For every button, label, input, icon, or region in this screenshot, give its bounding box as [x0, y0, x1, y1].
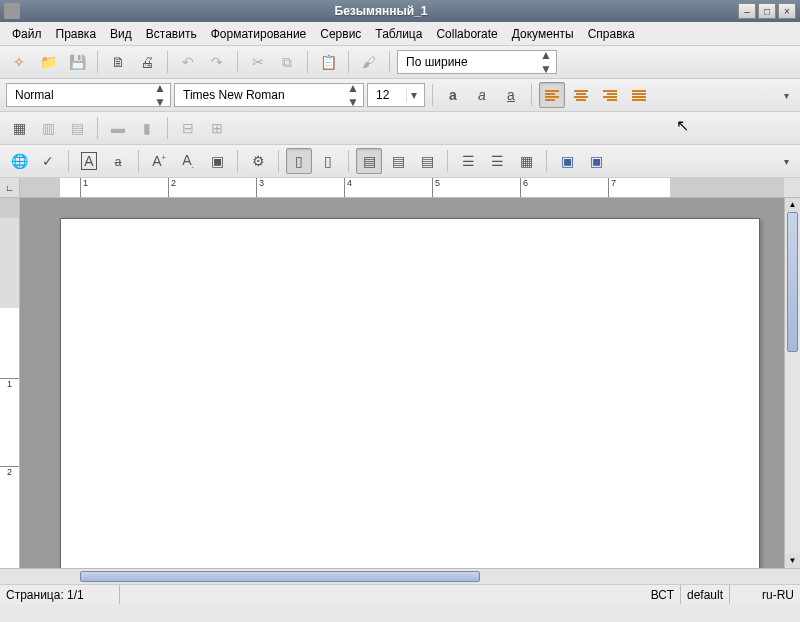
scrollbar-horizontal[interactable]	[20, 569, 784, 584]
align-right-button[interactable]	[597, 82, 623, 108]
wrap-3-button[interactable]: ▤	[414, 148, 440, 174]
save-button[interactable]: 💾	[64, 49, 90, 75]
delete-row-button[interactable]: ▬	[105, 115, 131, 141]
toolbar-table: ▦ ▥ ▤ ▬ ▮ ⊟ ⊞	[0, 112, 800, 145]
menu-view[interactable]: Вид	[104, 25, 138, 43]
redo-icon: ↷	[211, 54, 223, 70]
bold-button[interactable]: a	[440, 82, 466, 108]
ruler-horizontal[interactable]: 1 2 3 4 5 6 7	[20, 178, 784, 197]
separator	[307, 51, 308, 73]
scroll-down-icon[interactable]: ▼	[785, 554, 800, 568]
toolbar-more-button[interactable]: ▾	[778, 156, 794, 167]
underline-button[interactable]: a	[498, 82, 524, 108]
separator	[167, 51, 168, 73]
frame-2-button[interactable]: ▯	[315, 148, 341, 174]
cut-button[interactable]: ✂	[245, 49, 271, 75]
menu-insert[interactable]: Вставить	[140, 25, 203, 43]
list-number-button[interactable]: ☰	[484, 148, 510, 174]
scroll-up-icon[interactable]: ▲	[785, 198, 800, 212]
globe-icon: 🌐	[11, 153, 28, 169]
header-button[interactable]: ▣	[554, 148, 580, 174]
page[interactable]	[60, 218, 760, 568]
spellcheck-icon: ✓	[42, 153, 54, 169]
align-left-button[interactable]	[539, 82, 565, 108]
insert-column-icon: ▤	[71, 120, 84, 136]
separator	[432, 84, 433, 106]
app-icon	[4, 3, 20, 19]
menu-documents[interactable]: Документы	[506, 25, 580, 43]
copy-button[interactable]: ⧉	[274, 49, 300, 75]
font-color-button[interactable]: A	[76, 148, 102, 174]
delete-row-icon: ▬	[111, 120, 125, 136]
wrap-2-button[interactable]: ▤	[385, 148, 411, 174]
italic-button[interactable]: a	[469, 82, 495, 108]
insert-row-button[interactable]: ▥	[35, 115, 61, 141]
superscript-button[interactable]: A+	[146, 148, 172, 174]
menu-format[interactable]: Форматирование	[205, 25, 313, 43]
work-area: 1 2 ▲ ▼	[0, 198, 800, 568]
scrollbar-horizontal-row	[0, 568, 800, 584]
window-title: Безымянный_1	[26, 4, 736, 18]
font-name-combo[interactable]: Times New Roman ▲▼	[174, 83, 364, 107]
strikethrough-icon: a	[115, 153, 122, 169]
frame-1-button[interactable]: ▯	[286, 148, 312, 174]
ruler-corner[interactable]: ∟	[0, 178, 20, 198]
scrollbar-vertical[interactable]: ▲ ▼	[784, 198, 800, 568]
subscript-button[interactable]: A-	[175, 148, 201, 174]
insert-column-button[interactable]: ▤	[64, 115, 90, 141]
paragraph-style-combo[interactable]: Normal ▲▼	[6, 83, 171, 107]
redo-button[interactable]: ↷	[204, 49, 230, 75]
options-button[interactable]: ⚙	[245, 148, 271, 174]
menu-edit[interactable]: Правка	[50, 25, 103, 43]
status-insert-mode[interactable]: ВСТ	[645, 585, 681, 604]
paste-button[interactable]: 📋	[315, 49, 341, 75]
wrap-1-button[interactable]: ▤	[356, 148, 382, 174]
delete-column-button[interactable]: ▮	[134, 115, 160, 141]
close-button[interactable]: ×	[778, 3, 796, 19]
menu-help[interactable]: Справка	[582, 25, 641, 43]
font-color-icon: A	[81, 152, 96, 170]
status-style[interactable]: default	[681, 585, 730, 604]
insert-table-button[interactable]: ▦	[6, 115, 32, 141]
toolbar-formatting: Normal ▲▼ Times New Roman ▲▼ 12 ▾ a a a …	[0, 79, 800, 112]
italic-icon: a	[478, 87, 486, 103]
print-button[interactable]: 🖨	[134, 49, 160, 75]
ruler-vertical[interactable]: 1 2	[0, 198, 20, 568]
maximize-button[interactable]: □	[758, 3, 776, 19]
document-area[interactable]	[20, 198, 784, 568]
undo-button[interactable]: ↶	[175, 49, 201, 75]
separator	[447, 150, 448, 172]
list-bullet-button[interactable]: ☰	[455, 148, 481, 174]
align-center-button[interactable]	[568, 82, 594, 108]
open-button[interactable]: 📁	[35, 49, 61, 75]
font-size-combo[interactable]: 12 ▾	[367, 83, 425, 107]
separator	[531, 84, 532, 106]
menu-tools[interactable]: Сервис	[314, 25, 367, 43]
status-page: Страница: 1/1	[0, 585, 120, 604]
scrollbar-thumb[interactable]	[80, 571, 480, 582]
new-button[interactable]: ✧	[6, 49, 32, 75]
minimize-button[interactable]: –	[738, 3, 756, 19]
toolbar-more-button[interactable]: ▾	[778, 90, 794, 101]
zoom-combo[interactable]: По ширине ▲▼	[397, 50, 557, 74]
align-right-icon	[603, 89, 617, 102]
scrollbar-thumb[interactable]	[787, 212, 798, 352]
highlight-button[interactable]: ▣	[204, 148, 230, 174]
bold-icon: a	[449, 87, 457, 103]
menu-collaborate[interactable]: Collaborate	[430, 25, 503, 43]
toolbar-extra: 🌐 ✓ A a A+ A- ▣ ⚙ ▯ ▯ ▤ ▤ ▤ ☰ ☰ ▦ ▣ ▣ ▾	[0, 145, 800, 178]
menu-table[interactable]: Таблица	[369, 25, 428, 43]
footer-button[interactable]: ▣	[583, 148, 609, 174]
strikethrough-button[interactable]: a	[105, 148, 131, 174]
spellcheck-button[interactable]: ✓	[35, 148, 61, 174]
split-cells-button[interactable]: ⊞	[204, 115, 230, 141]
separator	[278, 150, 279, 172]
print-preview-button[interactable]: 🗎	[105, 49, 131, 75]
status-language[interactable]: ru-RU	[730, 585, 800, 604]
list-outline-button[interactable]: ▦	[513, 148, 539, 174]
clone-format-button[interactable]: 🖌	[356, 49, 382, 75]
menu-file[interactable]: Файл	[6, 25, 48, 43]
align-justify-button[interactable]	[626, 82, 652, 108]
merge-cells-button[interactable]: ⊟	[175, 115, 201, 141]
hyperlink-button[interactable]: 🌐	[6, 148, 32, 174]
